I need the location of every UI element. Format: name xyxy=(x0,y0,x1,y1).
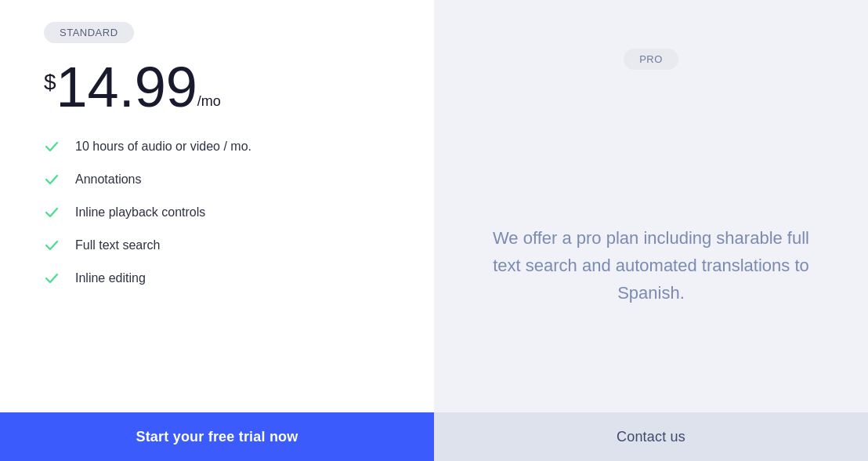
feature-text: Annotations xyxy=(75,172,142,187)
feature-item: Inline playback controls xyxy=(44,205,434,220)
feature-item: Inline editing xyxy=(44,270,434,286)
price-section: $ 14.99 /mo xyxy=(44,59,434,115)
feature-text: Full text search xyxy=(75,238,160,252)
features-list: 10 hours of audio or video / mo. Annotat… xyxy=(44,139,434,286)
pro-description-section: We offer a pro plan including sharable f… xyxy=(434,70,868,461)
price-dollar-sign: $ xyxy=(44,70,56,95)
check-icon xyxy=(44,139,60,154)
feature-text: 10 hours of audio or video / mo. xyxy=(75,140,251,154)
feature-text: Inline playback controls xyxy=(75,205,205,220)
pro-description-text: We offer a pro plan including sharable f… xyxy=(481,224,821,307)
contact-us-button[interactable]: Contact us xyxy=(434,412,868,461)
feature-item: Full text search xyxy=(44,238,434,253)
price-amount: 14.99 xyxy=(56,59,197,115)
check-icon xyxy=(44,172,60,187)
check-icon xyxy=(44,238,60,253)
check-icon xyxy=(44,270,60,286)
feature-item: 10 hours of audio or video / mo. xyxy=(44,139,434,154)
pro-panel: PRO We offer a pro plan including sharab… xyxy=(434,0,868,461)
pro-badge: PRO xyxy=(624,49,678,70)
check-icon xyxy=(44,205,60,220)
start-trial-button[interactable]: Start your free trial now xyxy=(0,412,434,461)
feature-text: Inline editing xyxy=(75,271,146,285)
feature-item: Annotations xyxy=(44,172,434,187)
price-per-month: /mo xyxy=(197,93,221,110)
standard-panel: STANDARD $ 14.99 /mo 10 hours of audio o… xyxy=(0,0,434,461)
standard-badge: STANDARD xyxy=(44,22,134,43)
